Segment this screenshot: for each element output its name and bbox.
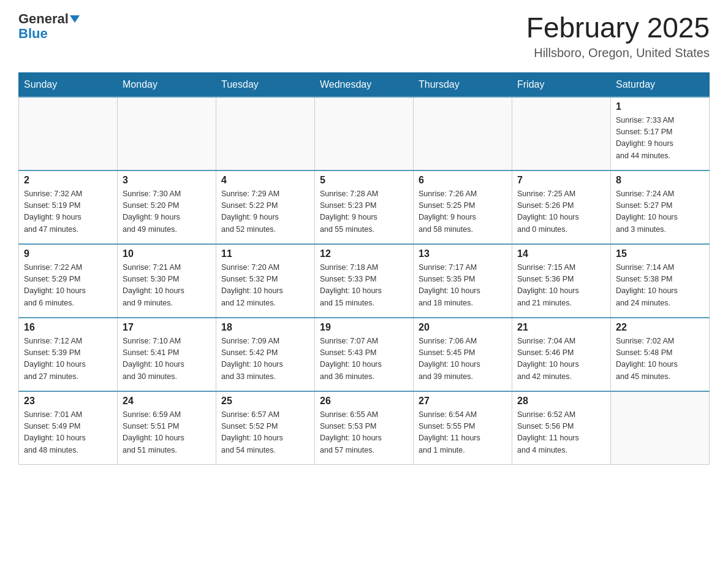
day-info-27: Sunrise: 6:54 AMSunset: 5:55 PMDaylight:… [419,409,507,457]
calendar-cell-w4d7: 22Sunrise: 7:02 AMSunset: 5:48 PMDayligh… [611,318,710,391]
day-info-20: Sunrise: 7:06 AMSunset: 5:45 PMDaylight:… [419,335,507,383]
calendar-cell-w5d6: 28Sunrise: 6:52 AMSunset: 5:56 PMDayligh… [512,391,611,465]
day-info-1: Sunrise: 7:33 AMSunset: 5:17 PMDaylight:… [616,115,704,163]
calendar-cell-w2d4: 5Sunrise: 7:28 AMSunset: 5:23 PMDaylight… [315,170,414,244]
day-number-15: 15 [616,248,704,259]
day-number-18: 18 [221,322,309,333]
day-info-2: Sunrise: 7:32 AMSunset: 5:19 PMDaylight:… [24,188,112,236]
day-info-11: Sunrise: 7:20 AMSunset: 5:32 PMDaylight:… [221,262,309,310]
calendar-table: Sunday Monday Tuesday Wednesday Thursday… [18,72,710,465]
day-info-12: Sunrise: 7:18 AMSunset: 5:33 PMDaylight:… [320,262,408,310]
calendar-cell-w1d4 [315,97,414,170]
day-info-5: Sunrise: 7:28 AMSunset: 5:23 PMDaylight:… [320,188,408,236]
logo: General Blue [18,12,80,42]
header-monday: Monday [118,72,216,97]
day-number-14: 14 [517,248,605,259]
day-number-19: 19 [320,322,408,333]
calendar-cell-w1d2 [118,97,216,170]
day-number-10: 10 [123,248,211,259]
day-info-8: Sunrise: 7:24 AMSunset: 5:27 PMDaylight:… [616,188,704,236]
calendar-title: February 2025 [526,12,710,44]
day-number-25: 25 [221,396,309,407]
header-wednesday: Wednesday [315,72,414,97]
logo-triangle-icon [70,15,80,23]
day-info-23: Sunrise: 7:01 AMSunset: 5:49 PMDaylight:… [24,409,112,457]
day-number-9: 9 [24,248,112,259]
calendar-cell-w1d1 [19,97,118,170]
calendar-cell-w4d2: 17Sunrise: 7:10 AMSunset: 5:41 PMDayligh… [118,318,216,391]
week-row-3: 9Sunrise: 7:22 AMSunset: 5:29 PMDaylight… [19,244,710,318]
day-info-26: Sunrise: 6:55 AMSunset: 5:53 PMDaylight:… [320,409,408,457]
header-thursday: Thursday [414,72,512,97]
calendar-cell-w3d1: 9Sunrise: 7:22 AMSunset: 5:29 PMDaylight… [19,244,118,318]
calendar-cell-w2d6: 7Sunrise: 7:25 AMSunset: 5:26 PMDaylight… [512,170,611,244]
day-info-21: Sunrise: 7:04 AMSunset: 5:46 PMDaylight:… [517,335,605,383]
calendar-subtitle: Hillsboro, Oregon, United States [526,46,710,60]
day-info-22: Sunrise: 7:02 AMSunset: 5:48 PMDaylight:… [616,335,704,383]
calendar-header-row: Sunday Monday Tuesday Wednesday Thursday… [19,72,710,97]
calendar-cell-w2d3: 4Sunrise: 7:29 AMSunset: 5:22 PMDaylight… [216,170,315,244]
day-number-16: 16 [24,322,112,333]
week-row-1: 1Sunrise: 7:33 AMSunset: 5:17 PMDaylight… [19,97,710,170]
calendar-cell-w1d6 [512,97,611,170]
logo-general: General [18,12,69,26]
calendar-cell-w2d2: 3Sunrise: 7:30 AMSunset: 5:20 PMDaylight… [118,170,216,244]
week-row-2: 2Sunrise: 7:32 AMSunset: 5:19 PMDaylight… [19,170,710,244]
day-number-5: 5 [320,175,408,186]
day-number-24: 24 [123,396,211,407]
day-number-11: 11 [221,248,309,259]
day-number-1: 1 [616,101,704,112]
calendar-cell-w1d7: 1Sunrise: 7:33 AMSunset: 5:17 PMDaylight… [611,97,710,170]
day-info-28: Sunrise: 6:52 AMSunset: 5:56 PMDaylight:… [517,409,605,457]
week-row-4: 16Sunrise: 7:12 AMSunset: 5:39 PMDayligh… [19,318,710,391]
week-row-5: 23Sunrise: 7:01 AMSunset: 5:49 PMDayligh… [19,391,710,465]
day-number-22: 22 [616,322,704,333]
day-number-2: 2 [24,175,112,186]
calendar-cell-w5d2: 24Sunrise: 6:59 AMSunset: 5:51 PMDayligh… [118,391,216,465]
calendar-cell-w2d7: 8Sunrise: 7:24 AMSunset: 5:27 PMDaylight… [611,170,710,244]
day-number-13: 13 [419,248,507,259]
calendar-cell-w2d1: 2Sunrise: 7:32 AMSunset: 5:19 PMDaylight… [19,170,118,244]
calendar-cell-w3d6: 14Sunrise: 7:15 AMSunset: 5:36 PMDayligh… [512,244,611,318]
header-friday: Friday [512,72,611,97]
day-info-19: Sunrise: 7:07 AMSunset: 5:43 PMDaylight:… [320,335,408,383]
calendar-cell-w5d7 [611,391,710,465]
day-number-20: 20 [419,322,507,333]
day-info-25: Sunrise: 6:57 AMSunset: 5:52 PMDaylight:… [221,409,309,457]
day-info-15: Sunrise: 7:14 AMSunset: 5:38 PMDaylight:… [616,262,704,310]
page-header: General Blue February 2025 Hillsboro, Or… [18,12,710,60]
day-info-9: Sunrise: 7:22 AMSunset: 5:29 PMDaylight:… [24,262,112,310]
day-number-17: 17 [123,322,211,333]
day-number-8: 8 [616,175,704,186]
calendar-cell-w3d5: 13Sunrise: 7:17 AMSunset: 5:35 PMDayligh… [414,244,512,318]
header-sunday: Sunday [19,72,118,97]
day-number-26: 26 [320,396,408,407]
calendar-cell-w5d4: 26Sunrise: 6:55 AMSunset: 5:53 PMDayligh… [315,391,414,465]
header-saturday: Saturday [611,72,710,97]
title-section: February 2025 Hillsboro, Oregon, United … [526,12,710,60]
day-info-4: Sunrise: 7:29 AMSunset: 5:22 PMDaylight:… [221,188,309,236]
calendar-cell-w4d3: 18Sunrise: 7:09 AMSunset: 5:42 PMDayligh… [216,318,315,391]
day-info-24: Sunrise: 6:59 AMSunset: 5:51 PMDaylight:… [123,409,211,457]
day-number-6: 6 [419,175,507,186]
logo-blue: Blue [18,26,48,42]
day-number-3: 3 [123,175,211,186]
calendar-cell-w3d2: 10Sunrise: 7:21 AMSunset: 5:30 PMDayligh… [118,244,216,318]
day-info-6: Sunrise: 7:26 AMSunset: 5:25 PMDaylight:… [419,188,507,236]
day-info-16: Sunrise: 7:12 AMSunset: 5:39 PMDaylight:… [24,335,112,383]
calendar-cell-w5d1: 23Sunrise: 7:01 AMSunset: 5:49 PMDayligh… [19,391,118,465]
calendar-cell-w2d5: 6Sunrise: 7:26 AMSunset: 5:25 PMDaylight… [414,170,512,244]
day-number-4: 4 [221,175,309,186]
calendar-cell-w3d3: 11Sunrise: 7:20 AMSunset: 5:32 PMDayligh… [216,244,315,318]
calendar-cell-w4d5: 20Sunrise: 7:06 AMSunset: 5:45 PMDayligh… [414,318,512,391]
day-info-13: Sunrise: 7:17 AMSunset: 5:35 PMDaylight:… [419,262,507,310]
calendar-cell-w3d7: 15Sunrise: 7:14 AMSunset: 5:38 PMDayligh… [611,244,710,318]
day-info-17: Sunrise: 7:10 AMSunset: 5:41 PMDaylight:… [123,335,211,383]
day-number-7: 7 [517,175,605,186]
day-number-28: 28 [517,396,605,407]
calendar-cell-w4d1: 16Sunrise: 7:12 AMSunset: 5:39 PMDayligh… [19,318,118,391]
day-info-14: Sunrise: 7:15 AMSunset: 5:36 PMDaylight:… [517,262,605,310]
calendar-cell-w1d3 [216,97,315,170]
calendar-cell-w4d4: 19Sunrise: 7:07 AMSunset: 5:43 PMDayligh… [315,318,414,391]
day-number-23: 23 [24,396,112,407]
